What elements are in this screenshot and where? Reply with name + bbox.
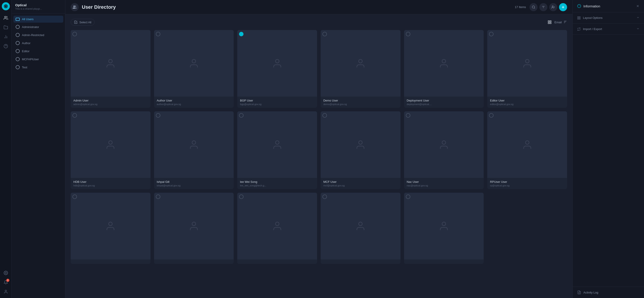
sidebar: Optical This is a shared playgr... All U… [12, 0, 65, 298]
analytics-nav-icon[interactable] [2, 33, 10, 41]
activity-log-section[interactable]: Activity Log [573, 286, 644, 298]
filter-button[interactable] [539, 3, 548, 11]
user-card-info: Editor Usereditor@optical.gov.sg [487, 97, 567, 108]
close-panel-button[interactable] [636, 4, 640, 8]
test-icon [16, 65, 20, 69]
user-select-checkbox[interactable] [322, 113, 327, 118]
right-panel: Information Layout Options [572, 0, 644, 298]
layout-options-chevron-icon [636, 16, 640, 20]
app-logo[interactable] [2, 2, 10, 10]
user-card[interactable] [71, 193, 150, 264]
user-card[interactable]: HDB Userhdb@optical.gov.sg [71, 111, 150, 189]
search-button[interactable] [530, 3, 538, 11]
user-card-info: RPUser Userrp@optical.gov.sg [487, 178, 567, 189]
user-card[interactable]: Editor Usereditor@optical.gov.sg [487, 30, 567, 108]
user-select-checkbox[interactable] [406, 113, 410, 118]
user-select-checkbox[interactable] [406, 195, 410, 199]
users-nav-icon[interactable] [2, 14, 10, 22]
svg-rect-52 [579, 18, 580, 19]
user-select-checkbox[interactable] [489, 113, 494, 118]
user-card[interactable]: Demo Userdemo@optical.gov.sg [321, 30, 400, 108]
user-avatar [71, 111, 150, 178]
user-card[interactable] [154, 193, 234, 264]
add-button[interactable] [559, 3, 567, 11]
layout-options-section[interactable]: Layout Options [573, 12, 644, 24]
user-card[interactable]: Admin Useradmin@optical.gov.sg [71, 30, 150, 108]
user-avatar [487, 30, 567, 97]
user-card-name: Deployment User [407, 99, 481, 102]
svg-rect-51 [578, 18, 579, 19]
user-select-checkbox[interactable] [156, 195, 160, 199]
user-silhouette-icon [105, 58, 116, 69]
sort-button[interactable] [564, 20, 567, 25]
user-card[interactable] [404, 193, 484, 264]
sidebar-item-mcfapiuser[interactable]: MCFAPIUser [14, 55, 63, 63]
user-card-email: lee_wei_song@tech.g... [240, 184, 314, 187]
user-card[interactable]: lee Wei Songlee_wei_song@tech.g... [237, 111, 317, 189]
user-select-checkbox[interactable] [406, 32, 410, 36]
user-select-checkbox[interactable] [239, 195, 244, 199]
user-silhouette-icon [355, 221, 366, 231]
user-avatar [321, 30, 400, 97]
app-subtitle: This is a shared playgr... [15, 8, 62, 10]
user-silhouette-icon [272, 58, 283, 69]
user-select-checkbox[interactable] [156, 32, 160, 36]
svg-rect-23 [550, 23, 551, 24]
user-silhouette-icon [188, 221, 199, 231]
sidebar-item-admin-restricted[interactable]: Admin-Restricted [14, 31, 63, 39]
user-select-checkbox[interactable] [322, 195, 327, 199]
svg-point-27 [109, 59, 112, 63]
user-card-email: nac@optical.gov.sg [407, 184, 481, 187]
select-all-button[interactable]: Select All [71, 19, 94, 26]
item-count: 17 Items [515, 5, 526, 9]
svg-point-35 [276, 141, 279, 144]
user-select-checkbox[interactable] [239, 32, 244, 36]
user-card-email: admin@optical.gov.sg [73, 103, 148, 105]
user-card[interactable]: Author Userauthor@optical.gov.sg [154, 30, 234, 108]
sidebar-item-all-users[interactable]: All Users [14, 16, 63, 23]
settings-nav-icon[interactable] [2, 269, 10, 277]
user-select-checkbox[interactable] [322, 32, 327, 36]
user-avatar [154, 111, 234, 178]
user-select-checkbox[interactable] [72, 195, 77, 199]
user-select-checkbox[interactable] [72, 113, 77, 118]
user-card[interactable]: RPUser Userrp@optical.gov.sg [487, 111, 567, 189]
mcfapiuser-icon [16, 57, 20, 61]
user-card[interactable]: Ishpal Gillishpal@optical.gov.sg [154, 111, 234, 189]
user-select-checkbox[interactable] [156, 113, 160, 118]
user-select-checkbox[interactable] [239, 113, 244, 118]
grid-view-button[interactable] [548, 20, 552, 24]
user-card[interactable]: Nac Usernac@optical.gov.sg [404, 111, 484, 189]
user-card[interactable]: Deployment Userdeployment@optical.... [404, 30, 484, 108]
user-avatar [154, 30, 234, 97]
sidebar-item-test[interactable]: Test [14, 63, 63, 71]
user-select-checkbox[interactable] [72, 32, 77, 36]
sidebar-item-editor[interactable]: Editor [14, 47, 63, 55]
user-card-email: hdb@optical.gov.sg [73, 184, 148, 187]
user-card[interactable]: MCF Usermcf@optical.gov.sg [321, 111, 400, 189]
user-card-email: demo@optical.gov.sg [323, 103, 398, 105]
import-export-section[interactable]: Import / Export [573, 24, 644, 35]
page-title: User Directory [82, 4, 116, 10]
sidebar-item-administrator[interactable]: Administrator [14, 23, 63, 31]
user-silhouette-icon [188, 139, 199, 150]
help-nav-icon[interactable] [2, 42, 10, 50]
admin-restricted-icon [16, 33, 20, 37]
profile-nav-icon[interactable] [2, 288, 10, 296]
svg-point-29 [276, 59, 279, 63]
notifications-nav-icon[interactable]: 2 [2, 278, 10, 286]
user-silhouette-icon [438, 221, 449, 231]
user-card[interactable] [237, 193, 317, 264]
user-card[interactable]: BGP Userbgp@optical.gov.sg [237, 30, 317, 108]
folders-nav-icon[interactable] [2, 23, 10, 31]
import-export-chevron-icon [636, 27, 640, 31]
svg-point-1 [4, 16, 6, 18]
user-card[interactable] [321, 193, 400, 264]
svg-point-33 [109, 141, 112, 144]
user-select-checkbox[interactable] [489, 32, 494, 36]
icon-bar: 2 [0, 0, 12, 298]
add-user-button[interactable] [549, 3, 557, 11]
svg-point-31 [442, 59, 446, 63]
sidebar-item-author[interactable]: Author [14, 39, 63, 47]
view-toggle: Email [548, 20, 567, 25]
